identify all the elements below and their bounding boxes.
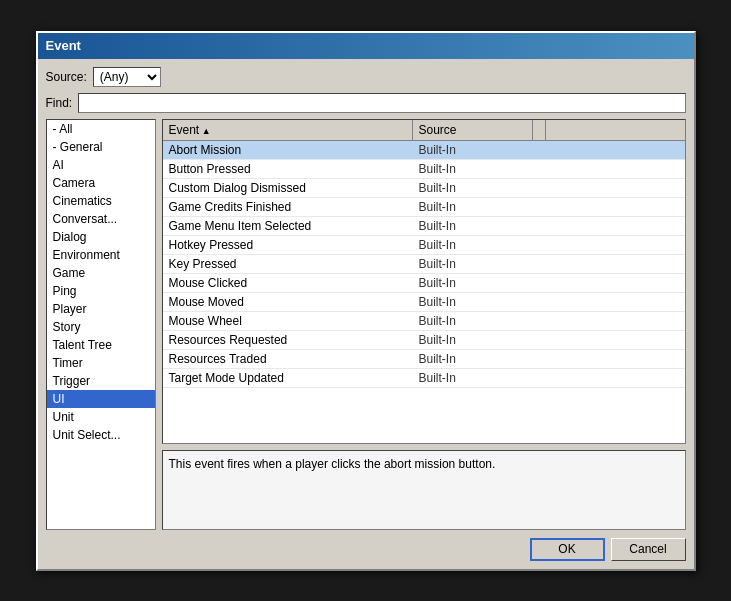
find-label: Find:	[46, 96, 73, 110]
event-source: Built-In	[413, 331, 533, 349]
event-name: Mouse Moved	[163, 293, 413, 311]
event-name: Hotkey Pressed	[163, 236, 413, 254]
event-source: Built-In	[413, 293, 533, 311]
table-row[interactable]: Game Credits FinishedBuilt-In	[163, 198, 685, 217]
event-source: Built-In	[413, 217, 533, 235]
table-row[interactable]: Resources RequestedBuilt-In	[163, 331, 685, 350]
content-area: - All- GeneralAICameraCinematicsConversa…	[46, 119, 686, 530]
event-source: Built-In	[413, 141, 533, 159]
source-label: Source:	[46, 70, 87, 84]
description-box: This event fires when a player clicks th…	[162, 450, 686, 530]
table-row[interactable]: Mouse ClickedBuilt-In	[163, 274, 685, 293]
label-item[interactable]: Camera	[47, 174, 155, 192]
table-row[interactable]: Resources TradedBuilt-In	[163, 350, 685, 369]
label-item[interactable]: Dialog	[47, 228, 155, 246]
event-name: Resources Requested	[163, 331, 413, 349]
label-item[interactable]: - All	[47, 120, 155, 138]
event-name: Mouse Clicked	[163, 274, 413, 292]
label-item[interactable]: AI	[47, 156, 155, 174]
event-name: Key Pressed	[163, 255, 413, 273]
label-item[interactable]: Player	[47, 300, 155, 318]
column-extra	[533, 120, 546, 140]
event-name: Resources Traded	[163, 350, 413, 368]
event-table: Event Source Abort MissionBuilt-InButton…	[162, 119, 686, 444]
label-item[interactable]: Talent Tree	[47, 336, 155, 354]
label-item[interactable]: Timer	[47, 354, 155, 372]
column-source[interactable]: Source	[413, 120, 533, 140]
find-input[interactable]	[78, 93, 685, 113]
event-name: Button Pressed	[163, 160, 413, 178]
top-controls: Source: ‌(Any) Built-In Custom	[46, 67, 686, 87]
label-item[interactable]: Trigger	[47, 372, 155, 390]
label-item[interactable]: UI	[47, 390, 155, 408]
label-item[interactable]: Cinematics	[47, 192, 155, 210]
event-source: Built-In	[413, 255, 533, 273]
event-name: Abort Mission	[163, 141, 413, 159]
find-row: Find:	[46, 93, 686, 113]
label-item[interactable]: Ping	[47, 282, 155, 300]
event-name: Target Mode Updated	[163, 369, 413, 387]
event-source: Built-In	[413, 198, 533, 216]
event-source: Built-In	[413, 312, 533, 330]
label-item[interactable]: Story	[47, 318, 155, 336]
event-source: Built-In	[413, 160, 533, 178]
button-row: OK Cancel	[46, 536, 686, 561]
table-row[interactable]: Key PressedBuilt-In	[163, 255, 685, 274]
table-header: Event Source	[163, 120, 685, 141]
label-item[interactable]: Game	[47, 264, 155, 282]
label-item[interactable]: - General	[47, 138, 155, 156]
table-row[interactable]: Game Menu Item SelectedBuilt-In	[163, 217, 685, 236]
table-row[interactable]: Hotkey PressedBuilt-In	[163, 236, 685, 255]
label-item[interactable]: Conversat...	[47, 210, 155, 228]
table-row[interactable]: Mouse MovedBuilt-In	[163, 293, 685, 312]
title-bar: Event	[38, 33, 694, 59]
event-source: Built-In	[413, 274, 533, 292]
ok-button[interactable]: OK	[530, 538, 605, 561]
table-row[interactable]: Custom Dialog DismissedBuilt-In	[163, 179, 685, 198]
event-name: Game Menu Item Selected	[163, 217, 413, 235]
right-panel: Event Source Abort MissionBuilt-InButton…	[162, 119, 686, 530]
table-rows: Abort MissionBuilt-InButton PressedBuilt…	[163, 141, 685, 388]
table-row[interactable]: Abort MissionBuilt-In	[163, 141, 685, 160]
event-dialog: Event Source: ‌(Any) Built-In Custom Fin…	[36, 31, 696, 571]
event-source: Built-In	[413, 369, 533, 387]
label-item[interactable]: Unit Select...	[47, 426, 155, 444]
event-source: Built-In	[413, 236, 533, 254]
description-text: This event fires when a player clicks th…	[169, 457, 496, 471]
label-list: - All- GeneralAICameraCinematicsConversa…	[46, 119, 156, 530]
event-name: Game Credits Finished	[163, 198, 413, 216]
event-source: Built-In	[413, 350, 533, 368]
event-name: Custom Dialog Dismissed	[163, 179, 413, 197]
table-row[interactable]: Mouse WheelBuilt-In	[163, 312, 685, 331]
table-row[interactable]: Button PressedBuilt-In	[163, 160, 685, 179]
source-select[interactable]: ‌(Any) Built-In Custom	[93, 67, 161, 87]
label-item[interactable]: Environment	[47, 246, 155, 264]
event-name: Mouse Wheel	[163, 312, 413, 330]
event-source: Built-In	[413, 179, 533, 197]
column-event[interactable]: Event	[163, 120, 413, 140]
dialog-title: Event	[46, 38, 81, 53]
table-row[interactable]: Target Mode UpdatedBuilt-In	[163, 369, 685, 388]
label-item[interactable]: Unit	[47, 408, 155, 426]
dialog-body: Source: ‌(Any) Built-In Custom Find: - A…	[38, 59, 694, 569]
cancel-button[interactable]: Cancel	[611, 538, 686, 561]
